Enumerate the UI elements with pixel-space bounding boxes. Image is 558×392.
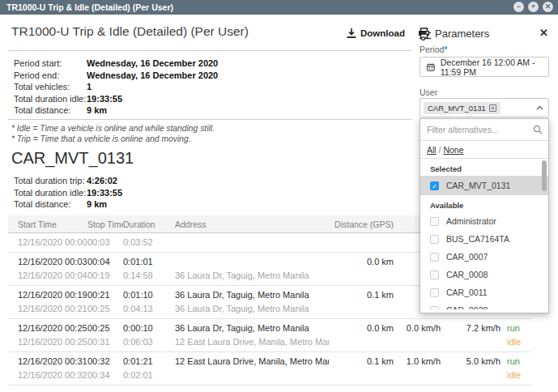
dropdown-item[interactable]: BUS_CA7164TA [420,230,548,248]
user-label: User [420,87,437,97]
user-select[interactable]: CAR_MVT_0131 ✕ [420,98,549,117]
cell-distance [329,369,394,382]
parameters-icon [420,29,431,44]
checkbox-icon[interactable] [430,253,439,262]
cell-distance: 0.1 km [329,355,394,369]
cell-stop: 00:21 [87,288,123,302]
cell-stop: 00:25 [87,322,123,335]
cell-start: 12/16/2020 00:25 [18,335,87,349]
idle-line: 12/16/2020 00:25 00:31 0:06:03 12 East L… [8,335,531,349]
window-title: TR1000-U Trip & Idle (Detailed) (Per Use… [6,0,173,15]
summary-value: 1 [87,82,92,92]
dropdown-list: Selected ✓ CAR_MVT_0131 Available Admini… [420,159,548,309]
trip-line: 12/16/2020 00:25 00:25 0:00:10 36 Laura … [8,322,531,335]
cell-address: 36 Laura Dr, Taguig, Metro Manila [175,269,329,283]
download-icon [347,28,356,39]
note-idle: * Idle = Time a vehicle is online and wh… [11,124,215,134]
cell-status: run [500,355,533,369]
summary-label: Period start: [14,58,87,70]
cell-avg-speed [394,369,441,382]
cell-stop: 00:03 [87,236,123,249]
dropdown-item[interactable]: Administrator [420,212,548,230]
summary-label: Total duration idle: [14,187,87,199]
cell-address [175,255,329,269]
cell-address: 36 Laura Dr, Taguig, Metro Manila [175,288,329,302]
chip-remove-icon[interactable]: ✕ [489,104,496,112]
vehicle-summary: Total duration trip:4:26:02 Total durati… [14,175,122,211]
cell-duration: 0:00:10 [123,322,175,335]
cell-address: 36 Laura Dr, Taguig, Metro Manila [175,322,329,335]
summary-value: 19:33:55 [87,188,122,198]
cell-distance [329,302,394,316]
cell-avg-speed [394,335,441,349]
period-picker[interactable]: December 16 12:00 AM - 11:59 PM [420,57,549,77]
cell-avg-speed: 1.0 km/h [394,355,441,369]
dropdown-item-selected[interactable]: ✓ CAR_MVT_0131 [420,176,548,195]
dropdown-scrollbar[interactable] [542,160,547,191]
user-dropdown: All / None Selected ✓ CAR_MVT_0131 Avail… [420,118,549,313]
cell-status: run [500,322,533,335]
summary-row: Total duration idle:19:33:55 [14,187,122,199]
column-header: Distance (GPS) [329,219,394,229]
summary-row: Total duration trip:4:26:02 [14,175,122,187]
required-asterisk: * [444,45,447,54]
cell-stop: 00:19 [87,269,123,283]
summary-value: 19:33:55 [87,94,122,104]
summary-row: Total distance:9 km [14,198,122,211]
cell-status: idle [500,369,533,382]
dropdown-filter-row [420,119,548,141]
summary-value: Wednesday, 16 December 2020 [87,70,218,80]
select-all-none-row: All / None [420,141,548,159]
summary-label: Total distance: [14,198,87,211]
checkbox-icon[interactable] [430,288,439,297]
report-toolbar: Download [347,28,430,39]
close-icon[interactable]: ✕ [543,2,553,12]
dropdown-item-label: CAR_0008 [446,270,488,279]
checkbox-icon[interactable] [430,271,439,279]
cell-max-speed: 5.0 km/h [441,355,500,369]
download-label: Download [360,28,405,38]
period-value: December 16 12:00 AM - 11:59 PM [441,58,548,77]
select-all-link[interactable]: All [427,145,437,155]
cell-distance [329,335,394,349]
summary-label: Total duration idle: [14,93,87,105]
summary-label: Total duration trip: [14,175,87,187]
summary-value: 4:26:02 [87,176,117,185]
checkbox-icon[interactable] [430,217,439,226]
dropdown-item[interactable]: CAR_0008 [420,266,548,283]
cell-duration: 0:01:01 [123,255,175,269]
checkbox-icon[interactable] [430,306,439,310]
column-header: Duration [123,219,175,229]
checkbox-icon[interactable] [430,235,439,244]
cell-distance: 0.0 km [329,322,394,335]
checkbox-checked-icon[interactable]: ✓ [430,181,439,190]
cell-distance: 0.0 km [329,255,394,269]
maximize-icon[interactable]: + [528,2,539,12]
dropdown-item[interactable]: CAR_0011 [420,283,548,301]
column-header: Address [175,219,329,229]
note-trip: * Trip = Time that a vehicle is online a… [11,134,215,145]
chip-label: CAR_MVT_0131 [428,104,486,113]
cell-address [175,236,329,249]
summary-row: Period end:Wednesday, 16 December 2020 [14,70,218,82]
cell-start: 12/16/2020 00:25 [18,322,87,335]
filter-input[interactable] [420,119,526,139]
divider [8,50,411,51]
select-none-link[interactable]: None [443,145,463,155]
dropdown-item-label: BUS_CA7164TA [446,234,509,244]
search-icon [533,125,543,134]
cell-stop: 00:32 [87,355,123,369]
parameters-close-icon[interactable]: ✕ [539,27,548,39]
cell-max-speed: 7.2 km/h [441,322,500,335]
chevron-up-icon[interactable] [536,105,543,110]
dropdown-item-label: Administrator [446,216,496,226]
download-button[interactable]: Download [347,28,405,39]
report-notes: * Idle = Time a vehicle is online and wh… [11,124,215,144]
minimize-icon[interactable]: − [513,2,524,12]
summary-label: Total vehicles: [14,81,87,93]
dropdown-item[interactable]: CAR_0028 [420,301,548,309]
table-row: 12/16/2020 00:31 00:32 0:01:21 12 East L… [8,352,531,386]
cell-start: 12/16/2020 00:21 [18,302,87,316]
vehicle-name-heading: CAR_MVT_0131 [11,149,134,168]
dropdown-item[interactable]: CAR_0007 [420,248,548,266]
